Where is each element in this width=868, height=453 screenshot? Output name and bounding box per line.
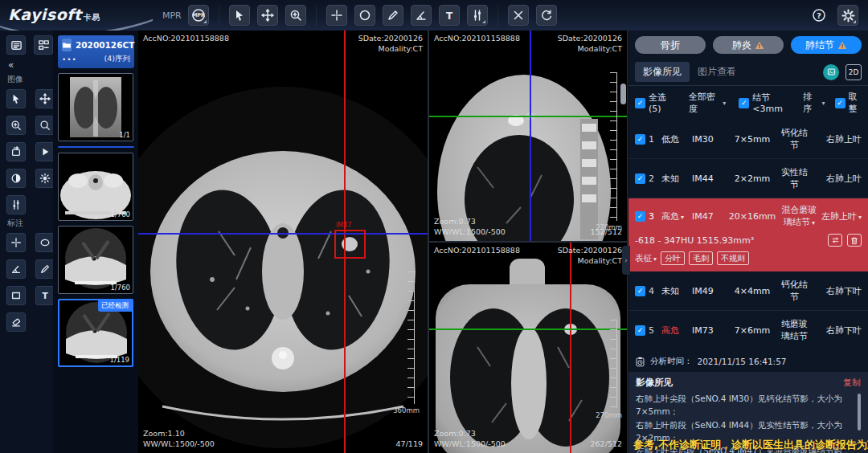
coronal-ruler (610, 320, 617, 408)
text-annotation-side-button[interactable]: T (35, 286, 55, 305)
reset-rotate-icon (540, 9, 553, 22)
mpr-button[interactable]: MPR (188, 5, 209, 26)
pan-tool-side-button[interactable] (35, 89, 55, 108)
nodule-checkbox[interactable] (635, 173, 645, 184)
nodule-type-dropdown[interactable]: 混合磨玻璃结节 (780, 204, 818, 228)
point-annotation-side-button[interactable] (6, 233, 26, 252)
round-checkbox[interactable]: 取整 (835, 91, 862, 115)
coronal-accno: AccNO:202101158888 (434, 246, 520, 256)
tab-lung-nodule[interactable]: 肺结节 (791, 36, 862, 54)
tab-label: 肺结节 (805, 39, 834, 52)
crosshair-blue-horizontal[interactable] (138, 233, 428, 235)
nodule-row-5[interactable]: 5 高危 IM73 7×6mm 纯磨玻璃结节 右肺下叶 (628, 311, 868, 349)
report-image-button[interactable] (823, 64, 839, 80)
angle-icon (10, 263, 22, 275)
nodule-checkbox[interactable] (635, 211, 645, 222)
reset-button[interactable] (536, 5, 557, 26)
settings-button[interactable] (837, 5, 858, 26)
eraser-icon (10, 316, 22, 328)
pencil-annotation-side-button[interactable] (35, 259, 55, 279)
feature-tag[interactable]: 分叶 (661, 251, 685, 265)
tab-findings[interactable]: 影像所见 (635, 62, 690, 82)
series-thumbnail-scout[interactable]: 1/1 (58, 73, 133, 141)
small-nodule-checkbox[interactable]: 结节<3mm (739, 92, 792, 114)
feature-tag[interactable]: 毛刺 (689, 251, 713, 265)
series-list-button[interactable] (6, 35, 26, 55)
cursor-tool-side-button[interactable] (6, 89, 26, 108)
axial-viewport[interactable]: IM47 360mm AccNO:202101158888 SDate:2020… (138, 31, 428, 453)
angle-annotation-side-button[interactable] (6, 259, 26, 279)
nodule-row-1[interactable]: 1 低危 IM30 7×5mm 钙化结节 右肺上叶 (628, 120, 868, 159)
tab-image-view[interactable]: 图片查看 (690, 62, 744, 82)
rotate-side-button[interactable] (6, 142, 26, 161)
select-all-checkbox[interactable]: 全选(5) (635, 92, 673, 114)
delete-button[interactable] (847, 234, 862, 247)
nodule-risk: 高危 (661, 324, 689, 337)
angle-annotation-button[interactable] (411, 5, 432, 26)
panel-collapse-handle[interactable] (622, 246, 630, 275)
feature-tag[interactable]: 不规则 (717, 251, 749, 265)
coronal-viewport[interactable]: 270mm AccNO:202101158888 SDate:20200126 … (429, 243, 627, 453)
series-thumbnail-3[interactable]: 1/760 (58, 226, 133, 294)
hanging-protocol-button[interactable] (34, 35, 53, 55)
caret-down-icon (653, 255, 657, 263)
crosshair-green-horizontal[interactable] (429, 329, 627, 330)
nodule-checkbox[interactable] (635, 286, 645, 296)
sort-dropdown[interactable]: 排序 (803, 91, 825, 115)
view-tab-row: 影像所见 图片查看 2D (628, 59, 868, 86)
sagittal-scrollbar-thumb[interactable] (620, 84, 626, 104)
study-header[interactable]: 20200126CT (4)序列 (58, 35, 134, 68)
crosshair-red-vertical[interactable] (570, 243, 571, 453)
ellipse-annotation-side-button[interactable] (35, 233, 55, 252)
tab-pneumonia[interactable]: 肺炎 (713, 36, 784, 54)
zoom-in-side-button[interactable] (6, 116, 26, 135)
nodule-checkbox[interactable] (635, 325, 645, 336)
nodule-checkbox[interactable] (635, 134, 645, 145)
compare-button[interactable] (828, 234, 842, 247)
collapse-panel-button[interactable] (8, 59, 19, 71)
nodule-roi-box[interactable] (334, 230, 366, 259)
point-annotation-button[interactable] (326, 5, 347, 26)
eraser-side-button[interactable] (6, 312, 26, 332)
cine-play-side-button[interactable] (35, 142, 55, 161)
checkbox-icon (739, 98, 749, 108)
pan-tool-button[interactable] (257, 5, 278, 26)
zoom-tool-button[interactable] (285, 5, 306, 26)
window-level-button[interactable] (467, 5, 488, 26)
ellipse-annotation-button[interactable] (354, 5, 375, 26)
tab-fracture[interactable]: 骨折 (635, 36, 706, 54)
density-filter-dropdown[interactable]: 全部密度 (689, 91, 726, 115)
nodule-list: 1 低危 IM30 7×5mm 钙化结节 右肺上叶 2 未知 IM44 2×2m… (628, 120, 868, 349)
nodule-location-dropdown[interactable]: 左肺上叶 (821, 210, 862, 222)
series-panel: 20200126CT (4)序列 1/1 (53, 31, 138, 453)
cursor-tool-button[interactable] (229, 5, 250, 26)
sagittal-viewport[interactable]: 270mm AccNO:202101158888 SDate:20200126 … (429, 31, 627, 241)
mode-2d-button[interactable]: 2D (845, 64, 862, 80)
thumb-counter: 1/119 (110, 356, 130, 364)
series-thumbnail-4-active[interactable]: 已经检测 1/119 (58, 299, 133, 367)
left-tool-strip: 图像 (0, 31, 53, 453)
clear-annotations-button[interactable] (508, 5, 529, 26)
crosshair-green-horizontal[interactable] (429, 116, 627, 117)
pencil-annotation-button[interactable] (383, 5, 403, 26)
nodule-row-2[interactable]: 2 未知 IM44 2×2mm 实性结节 右肺上叶 (628, 159, 868, 198)
help-button[interactable]: ? (809, 5, 829, 26)
crosshair-blue-vertical[interactable] (530, 31, 531, 241)
caret-down-icon (723, 100, 726, 107)
text-annotation-button[interactable]: T (439, 5, 460, 26)
series-thumbnail-2[interactable]: 1/760 (58, 153, 133, 221)
invert-side-button[interactable] (6, 169, 26, 188)
feature-dropdown[interactable]: 表征 (635, 253, 657, 264)
nodule-row-3-selected[interactable]: 3 高危 IM47 20×16mm 混合磨玻璃结节 左肺上叶 -618 - 34… (628, 198, 868, 271)
rect-annotation-side-button[interactable] (6, 286, 26, 305)
more-menu-icon[interactable] (62, 55, 77, 63)
brightness-side-button[interactable] (35, 169, 55, 188)
checkbox-icon (635, 98, 645, 108)
nodule-risk-dropdown[interactable]: 高危 (661, 210, 684, 222)
magnifier-side-button[interactable] (35, 116, 55, 135)
window-level-side-button[interactable] (6, 195, 26, 214)
text-icon: T (443, 9, 456, 22)
nodule-row-4[interactable]: 4 未知 IM49 4×4mm 钙化结节 右肺下叶 (628, 271, 868, 311)
findings-scrollbar-thumb[interactable] (858, 394, 861, 431)
findings-copy-button[interactable]: 复制 (843, 377, 861, 389)
